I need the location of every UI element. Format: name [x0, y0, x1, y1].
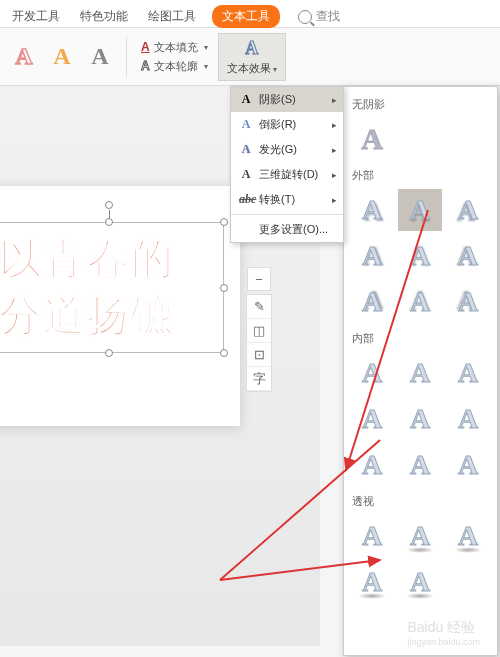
shadow-inner-3[interactable]: A — [446, 352, 490, 394]
submenu-transform[interactable]: abc 转换(T) ▸ — [231, 187, 343, 212]
shadow-outer-6[interactable]: A — [446, 235, 490, 277]
shadow-persp-3[interactable]: A — [446, 515, 490, 557]
reflection-icon: A — [239, 117, 253, 132]
tab-drawing-tools[interactable]: 绘图工具 — [144, 4, 200, 29]
shadow-gallery: 无阴影 A 外部 A A A A A A A A A 内部 A A A A A … — [343, 86, 498, 656]
shadow-inner-4[interactable]: A — [350, 398, 394, 440]
shadow-inner-6[interactable]: A — [446, 398, 490, 440]
submenu-glow[interactable]: A 发光(G) ▸ — [231, 137, 343, 162]
tab-features[interactable]: 特色功能 — [76, 4, 132, 29]
section-perspective: 透视 — [352, 494, 491, 509]
submenu-glow-label: 发光(G) — [259, 142, 297, 157]
resize-handle-tm[interactable] — [105, 218, 113, 226]
submenu-reflection[interactable]: A 倒影(R) ▸ — [231, 112, 343, 137]
shadow-outer-1[interactable]: A — [350, 189, 394, 231]
text-outline-icon: A — [141, 59, 150, 73]
shadow-inner-1[interactable]: A — [350, 352, 394, 394]
search-icon — [298, 10, 312, 24]
wordart-style-2[interactable]: A — [46, 41, 78, 73]
slide-text-line1: 以青春的 — [0, 231, 219, 288]
shadow-persp-5[interactable]: A — [398, 561, 442, 603]
search-label: 查找 — [316, 8, 340, 25]
shadow-none[interactable]: A — [350, 118, 394, 160]
shadow-outer-5[interactable]: A — [398, 235, 442, 277]
search[interactable]: 查找 — [298, 8, 340, 25]
wordart-style-1[interactable]: A — [8, 41, 40, 73]
chevron-right-icon: ▸ — [332, 120, 337, 130]
submenu-more-settings[interactable]: 更多设置(O)... — [231, 217, 343, 242]
watermark: Baidu 经验 jingyan.baidu.com — [407, 619, 480, 647]
glow-icon: A — [239, 142, 253, 157]
shadow-outer-4[interactable]: A — [350, 235, 394, 277]
shadow-outer-3[interactable]: A — [446, 189, 490, 231]
shadow-inner-7[interactable]: A — [350, 444, 394, 486]
chevron-down-icon: ▾ — [204, 62, 208, 71]
shadow-persp-2[interactable]: A — [398, 515, 442, 557]
chevron-right-icon: ▸ — [332, 145, 337, 155]
resize-handle-mr[interactable] — [220, 284, 228, 292]
floating-tools: − ✎ ◫ ⊡ 字 — [246, 294, 272, 392]
submenu-more-label: 更多设置(O)... — [259, 222, 328, 237]
toolbar-divider — [126, 37, 127, 77]
text-outline-button[interactable]: A 文本轮廓 ▾ — [137, 58, 212, 75]
toolbar: A A A A 文本填充 ▾ A 文本轮廓 ▾ A 文本效果▾ — [0, 28, 500, 86]
rotate-3d-icon: A — [239, 167, 253, 182]
chevron-right-icon: ▸ — [332, 170, 337, 180]
text-box[interactable]: 以青春的 分道扬镳 — [0, 222, 224, 353]
tool-collapse-icon[interactable]: − — [247, 267, 271, 291]
shadow-inner-9[interactable]: A — [446, 444, 490, 486]
text-effect-icon: A — [245, 38, 258, 59]
resize-handle-bm[interactable] — [105, 349, 113, 357]
watermark-sub: jingyan.baidu.com — [407, 637, 480, 647]
text-fill-label: 文本填充 — [154, 40, 198, 55]
shadow-icon: A — [239, 92, 253, 107]
text-fill-button[interactable]: A 文本填充 ▾ — [137, 39, 212, 56]
tool-char-icon[interactable]: 字 — [247, 367, 271, 391]
text-effect-submenu: A 阴影(S) ▸ A 倒影(R) ▸ A 发光(G) ▸ A 三维旋转(D) … — [230, 86, 344, 243]
shadow-persp-1[interactable]: A — [350, 515, 394, 557]
shadow-outer-7[interactable]: A — [350, 281, 394, 323]
submenu-shadow-label: 阴影(S) — [259, 92, 296, 107]
text-effect-button[interactable]: A 文本效果▾ — [218, 33, 286, 81]
watermark-main: Baidu 经验 — [407, 619, 475, 635]
resize-handle-tr[interactable] — [220, 218, 228, 226]
shadow-persp-4[interactable]: A — [350, 561, 394, 603]
section-outer: 外部 — [352, 168, 491, 183]
slide: 以青春的 分道扬镳 — [0, 186, 240, 426]
section-no-shadow: 无阴影 — [352, 97, 491, 112]
wordart-style-3[interactable]: A — [84, 41, 116, 73]
section-inner: 内部 — [352, 331, 491, 346]
submenu-3d-rotation[interactable]: A 三维旋转(D) ▸ — [231, 162, 343, 187]
chevron-down-icon: ▾ — [273, 65, 277, 74]
resize-handle-br[interactable] — [220, 349, 228, 357]
shadow-inner-5[interactable]: A — [398, 398, 442, 440]
rotate-handle[interactable] — [105, 201, 113, 209]
submenu-transform-label: 转换(T) — [259, 192, 295, 207]
chevron-right-icon: ▸ — [332, 95, 337, 105]
text-effect-label: 文本效果 — [227, 62, 271, 74]
slide-text-line2: 分道扬镳 — [0, 288, 219, 345]
submenu-3d-label: 三维旋转(D) — [259, 167, 318, 182]
shadow-inner-8[interactable]: A — [398, 444, 442, 486]
submenu-reflection-label: 倒影(R) — [259, 117, 296, 132]
shadow-outer-8[interactable]: A — [398, 281, 442, 323]
tool-box-icon[interactable]: ⊡ — [247, 343, 271, 367]
transform-icon: abc — [239, 192, 253, 207]
chevron-down-icon: ▾ — [204, 43, 208, 52]
ribbon-tabs: 开发工具 特色功能 绘图工具 文本工具 查找 — [0, 0, 500, 28]
tab-text-tools[interactable]: 文本工具 — [212, 5, 280, 28]
shadow-inner-2[interactable]: A — [398, 352, 442, 394]
submenu-separator — [231, 214, 343, 215]
tab-dev-tools[interactable]: 开发工具 — [8, 4, 64, 29]
text-fill-icon: A — [141, 40, 150, 54]
shadow-outer-9[interactable]: A — [446, 281, 490, 323]
shadow-outer-2[interactable]: A — [398, 189, 442, 231]
submenu-shadow[interactable]: A 阴影(S) ▸ — [231, 87, 343, 112]
text-outline-label: 文本轮廓 — [154, 59, 198, 74]
chevron-right-icon: ▸ — [332, 195, 337, 205]
text-fill-outline-group: A 文本填充 ▾ A 文本轮廓 ▾ — [137, 39, 212, 75]
tool-layout-icon[interactable]: ◫ — [247, 319, 271, 343]
tool-pen-icon[interactable]: ✎ — [247, 295, 271, 319]
